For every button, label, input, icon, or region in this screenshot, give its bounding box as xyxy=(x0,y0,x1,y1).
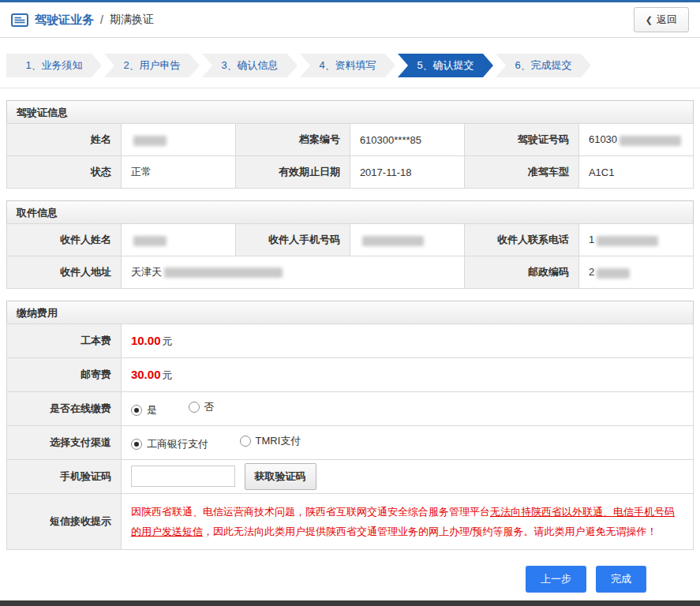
page-title: 驾驶证业务 xyxy=(35,13,94,28)
step-1-business-notice[interactable]: 1、业务须知 xyxy=(6,54,102,77)
get-code-button[interactable]: 获取验证码 xyxy=(245,463,316,490)
license-business-icon xyxy=(11,13,28,27)
table-row: 选择支付渠道 工商银行支付 TMRI支付 xyxy=(7,426,694,460)
payment-channel-options: 工商银行支付 TMRI支付 xyxy=(121,426,693,460)
step-2-user-declaration[interactable]: 2、用户申告 xyxy=(104,54,200,77)
license-info-table: 姓名 档案编号 610300****85 驾驶证号码 61030 状态 正常 有… xyxy=(6,123,694,189)
fee-amount: 30.00 xyxy=(131,368,161,381)
main-content: 驾驶证信息 姓名 档案编号 610300****85 驾驶证号码 61030 状… xyxy=(0,100,700,593)
file-number-value: 610300****85 xyxy=(350,124,464,156)
payment-table: 工本费 10.00元 邮寄费 30.00元 是否在线缴费 是 xyxy=(6,324,694,550)
value-text: 61030 xyxy=(589,133,617,145)
step-5-confirm-submit[interactable]: 5、确认提交 xyxy=(398,54,493,77)
back-button-label: 返回 xyxy=(657,13,677,27)
table-row: 手机验证码 获取验证码 xyxy=(7,460,694,494)
fee-unit: 元 xyxy=(162,369,172,381)
sms-notice-value: 因陕西省联通、电信运营商技术问题，陕西省互联网交通安全综合服务管理平台无法向持陕… xyxy=(121,494,693,550)
recipient-name-label: 收件人姓名 xyxy=(7,224,122,256)
previous-step-button[interactable]: 上一步 xyxy=(526,566,586,593)
radio-label: 否 xyxy=(204,400,215,414)
recipient-phone-label: 收件人联系电话 xyxy=(464,224,578,256)
step-wizard: 1、业务须知 2、用户申告 3、确认信息 4、资料填写 5、确认提交 6、完成提… xyxy=(0,38,700,88)
value-text: 天津天 xyxy=(131,266,162,278)
value-text: 2 xyxy=(589,266,594,278)
step-label: 1、业务须知 xyxy=(25,59,82,71)
production-fee-value: 10.00元 xyxy=(121,324,693,358)
pickup-info-title: 取件信息 xyxy=(6,200,694,224)
header: 驾驶证业务 / 期满换证 ❮ 返回 xyxy=(0,2,700,38)
step-label: 2、用户申告 xyxy=(123,59,180,71)
table-row: 工本费 10.00元 xyxy=(7,324,694,358)
table-row: 邮寄费 30.00元 xyxy=(7,358,694,392)
license-info-section: 驾驶证信息 姓名 档案编号 610300****85 驾驶证号码 61030 状… xyxy=(6,100,694,189)
radio-label: 是 xyxy=(147,403,157,417)
redacted-text xyxy=(620,136,681,146)
radio-label: 工商银行支付 xyxy=(147,437,208,451)
radio-online-yes[interactable]: 是 xyxy=(131,403,157,417)
table-row: 状态 正常 有效期止日期 2017-11-18 准驾车型 A1C1 xyxy=(7,156,694,189)
sms-notice-text: 因陕西省联通、电信运营商技术问题，陕西省互联网交通安全综合服务管理平台无法向持陕… xyxy=(131,502,683,541)
table-row: 收件人地址 天津天 邮政编码 2 xyxy=(7,256,694,289)
recipient-mobile-label: 收件人手机号码 xyxy=(235,224,350,256)
step-4-fill-info[interactable]: 4、资料填写 xyxy=(300,54,395,77)
license-number-label: 驾驶证号码 xyxy=(464,124,578,156)
recipient-name-value xyxy=(121,224,235,256)
step-label: 6、完成提交 xyxy=(515,59,571,71)
back-button[interactable]: ❮ 返回 xyxy=(634,7,689,32)
online-payment-options: 是 否 xyxy=(121,392,693,426)
payment-channel-label: 选择支付渠道 xyxy=(7,426,122,460)
sms-code-field: 获取验证码 xyxy=(121,460,693,494)
radio-channel-icbc[interactable]: 工商银行支付 xyxy=(131,437,208,451)
recipient-mobile-value xyxy=(350,224,464,256)
recipient-phone-value: 1 xyxy=(578,224,693,256)
payment-title: 缴纳费用 xyxy=(6,301,694,324)
mailing-fee-label: 邮寄费 xyxy=(7,358,122,392)
redacted-text xyxy=(597,236,658,246)
sms-code-label: 手机验证码 xyxy=(7,460,122,494)
fee-amount: 10.00 xyxy=(131,334,161,347)
online-payment-label: 是否在线缴费 xyxy=(7,392,122,426)
mailing-fee-value: 30.00元 xyxy=(121,358,693,392)
sms-code-input[interactable] xyxy=(131,466,235,487)
redacted-text xyxy=(597,268,630,279)
status-label: 状态 xyxy=(7,156,122,189)
table-row: 收件人姓名 收件人手机号码 收件人联系电话 1 xyxy=(7,224,694,256)
sms-notice-label: 短信接收提示 xyxy=(7,494,122,550)
finish-button[interactable]: 完成 xyxy=(596,566,646,593)
step-3-confirm-info[interactable]: 3、确认信息 xyxy=(202,54,298,77)
form-actions: 上一步 完成 xyxy=(6,550,694,593)
notice-segment: 因陕西省联通、电信运营商技术问题，陕西省互联网交通安全综合服务管理平台 xyxy=(131,506,490,518)
radio-label: TMRI支付 xyxy=(256,434,301,448)
radio-checked-icon xyxy=(131,439,142,450)
license-number-value: 61030 xyxy=(578,124,693,156)
redacted-text xyxy=(362,236,424,246)
chevron-left-icon: ❮ xyxy=(646,15,653,25)
postcode-value: 2 xyxy=(578,256,693,289)
breadcrumb: 驾驶证业务 / 期满换证 xyxy=(11,13,154,28)
step-label: 3、确认信息 xyxy=(221,59,278,71)
vehicle-class-value: A1C1 xyxy=(578,156,693,189)
redacted-text xyxy=(164,267,283,278)
redacted-text xyxy=(133,136,167,146)
radio-online-no[interactable]: 否 xyxy=(189,400,215,414)
footer-bar xyxy=(0,600,700,606)
license-info-title: 驾驶证信息 xyxy=(6,100,694,124)
name-label: 姓名 xyxy=(7,124,122,156)
step-label: 5、确认提交 xyxy=(417,59,474,71)
production-fee-label: 工本费 xyxy=(7,324,122,358)
radio-unchecked-icon xyxy=(240,436,251,447)
table-row: 短信接收提示 因陕西省联通、电信运营商技术问题，陕西省互联网交通安全综合服务管理… xyxy=(7,494,694,550)
radio-checked-icon xyxy=(131,405,142,416)
table-row: 是否在线缴费 是 否 xyxy=(7,392,694,426)
expiry-date-value: 2017-11-18 xyxy=(350,156,464,189)
radio-unchecked-icon xyxy=(189,402,200,413)
radio-channel-tmri[interactable]: TMRI支付 xyxy=(240,434,301,448)
status-value: 正常 xyxy=(121,156,235,189)
name-value xyxy=(121,124,235,156)
step-6-complete-submit[interactable]: 6、完成提交 xyxy=(496,54,591,77)
table-row: 姓名 档案编号 610300****85 驾驶证号码 61030 xyxy=(7,124,694,156)
postcode-label: 邮政编码 xyxy=(464,256,578,289)
expiry-date-label: 有效期止日期 xyxy=(235,156,350,189)
step-label: 4、资料填写 xyxy=(319,59,376,71)
pickup-info-table: 收件人姓名 收件人手机号码 收件人联系电话 1 收件人地址 天津天 邮政编码 2 xyxy=(6,223,694,289)
